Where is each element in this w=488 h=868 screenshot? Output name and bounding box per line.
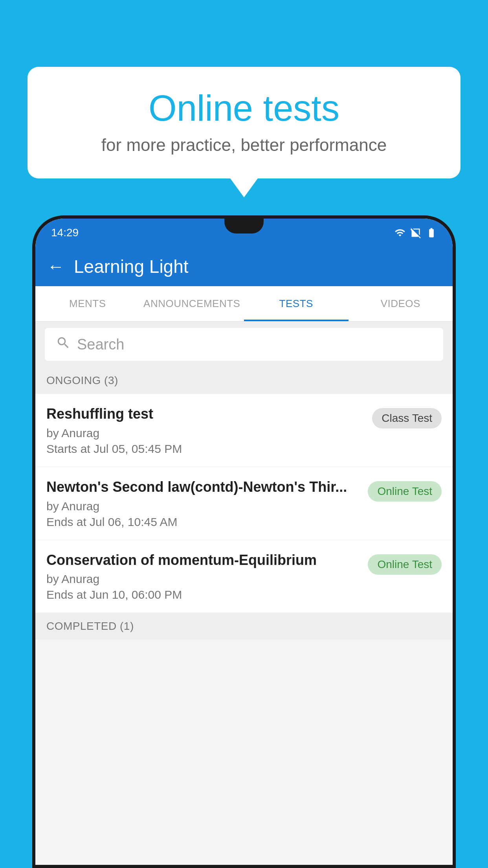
test-name: Conservation of momentum-Equilibrium bbox=[46, 551, 361, 570]
test-author: by Anurag bbox=[46, 427, 366, 440]
app-title: Learning Light bbox=[74, 256, 189, 277]
search-icon bbox=[56, 335, 71, 354]
tab-videos[interactable]: VIDEOS bbox=[349, 286, 453, 321]
status-time: 14:29 bbox=[51, 226, 79, 239]
test-author: by Anurag bbox=[46, 500, 361, 513]
test-date: Ends at Jul 06, 10:45 AM bbox=[46, 515, 361, 529]
search-bar[interactable]: Search bbox=[45, 328, 443, 361]
bubble-subtitle: for more practice, better performance bbox=[51, 135, 437, 155]
test-badge-online: Online Test bbox=[368, 481, 442, 502]
tab-announcements[interactable]: ANNOUNCEMENTS bbox=[140, 286, 244, 321]
tab-ments[interactable]: MENTS bbox=[35, 286, 140, 321]
bubble-title: Online tests bbox=[51, 88, 437, 128]
status-icons bbox=[394, 227, 437, 238]
wifi-icon bbox=[394, 227, 405, 238]
search-container: Search bbox=[35, 322, 453, 367]
test-item[interactable]: Conservation of momentum-Equilibrium by … bbox=[35, 540, 453, 613]
test-author: by Anurag bbox=[46, 572, 361, 586]
test-info: Reshuffling test by Anurag Starts at Jul… bbox=[46, 405, 366, 456]
signal-icon bbox=[410, 227, 421, 238]
search-placeholder: Search bbox=[77, 336, 124, 353]
tab-tests[interactable]: TESTS bbox=[244, 286, 349, 321]
test-list: Reshuffling test by Anurag Starts at Jul… bbox=[35, 394, 453, 613]
status-bar: 14:29 bbox=[35, 219, 453, 247]
test-badge-online-2: Online Test bbox=[368, 554, 442, 575]
back-button[interactable]: ← bbox=[47, 257, 64, 276]
ongoing-section-header: ONGOING (3) bbox=[35, 367, 453, 394]
test-name: Newton's Second law(contd)-Newton's Thir… bbox=[46, 478, 361, 497]
test-item[interactable]: Newton's Second law(contd)-Newton's Thir… bbox=[35, 467, 453, 540]
phone-notch bbox=[224, 219, 264, 234]
test-date: Ends at Jun 10, 06:00 PM bbox=[46, 588, 361, 601]
phone-screen: 14:29 ← Learning Light bbox=[35, 219, 453, 865]
battery-icon bbox=[426, 227, 437, 238]
completed-section-header: COMPLETED (1) bbox=[35, 613, 453, 640]
test-info: Newton's Second law(contd)-Newton's Thir… bbox=[46, 478, 361, 529]
phone-frame: 14:29 ← Learning Light bbox=[32, 215, 456, 868]
tabs-bar: MENTS ANNOUNCEMENTS TESTS VIDEOS bbox=[35, 286, 453, 322]
test-date: Starts at Jul 05, 05:45 PM bbox=[46, 442, 366, 456]
test-badge-class: Class Test bbox=[372, 408, 442, 428]
speech-bubble: Online tests for more practice, better p… bbox=[28, 67, 460, 178]
test-info: Conservation of momentum-Equilibrium by … bbox=[46, 551, 361, 602]
app-bar: ← Learning Light bbox=[35, 247, 453, 286]
test-name: Reshuffling test bbox=[46, 405, 366, 423]
test-item[interactable]: Reshuffling test by Anurag Starts at Jul… bbox=[35, 394, 453, 467]
